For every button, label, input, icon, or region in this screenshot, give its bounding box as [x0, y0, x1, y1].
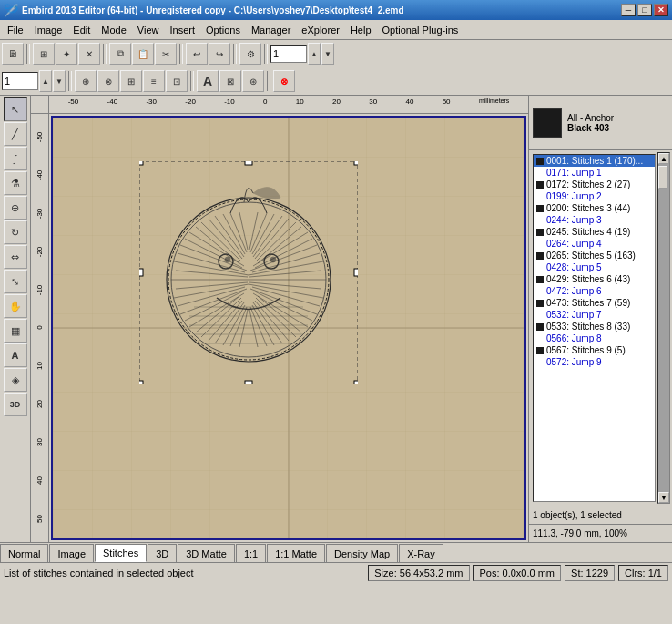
menu-item-options[interactable]: Options — [200, 23, 246, 37]
tab-3dmatte[interactable]: 3D Matte — [178, 544, 235, 562]
draw-tool-button[interactable]: ╱ — [4, 122, 27, 146]
select-tool-button[interactable]: ↖ — [4, 97, 27, 121]
zoom-step-up[interactable]: ▲ — [39, 70, 52, 92]
tab-normal[interactable]: Normal — [0, 544, 48, 562]
color-preview-area: All - Anchor Black 403 — [529, 96, 672, 150]
tab-densitymap[interactable]: Density Map — [326, 544, 398, 562]
scroll-down-button[interactable]: ▼ — [658, 492, 669, 503]
copy-button[interactable]: ⧉ — [109, 43, 131, 65]
paste-button[interactable]: 📋 — [132, 43, 154, 65]
tab-11[interactable]: 1:1 — [236, 544, 266, 562]
svg-text:↔: ↔ — [357, 264, 358, 274]
pan-tool-button[interactable]: ✋ — [4, 294, 27, 318]
stitch-list-item[interactable]: 0472: Jump 6 — [534, 285, 655, 297]
menu-item-edit[interactable]: Edit — [67, 23, 96, 37]
stitch-list-item[interactable]: 0473: Stitches 7 (59) — [534, 297, 655, 309]
stitch-list-item[interactable]: 0001: Stitches 1 (170)... — [534, 155, 655, 167]
color-name: Black 403 — [567, 123, 614, 133]
menu-item-help[interactable]: Help — [345, 23, 377, 37]
svg-line-48 — [252, 287, 320, 306]
menu-item-image[interactable]: Image — [29, 23, 68, 37]
font-btn[interactable]: A — [197, 70, 219, 92]
curve-tool-button[interactable]: ∫ — [4, 147, 27, 170]
stitch-list-item[interactable]: 0572: Jump 9 — [534, 356, 655, 368]
stitch-list-item[interactable]: 0264: Jump 4 — [534, 238, 655, 250]
svg-rect-70 — [139, 161, 143, 165]
stitch-list-item[interactable]: 0171: Jump 1 — [534, 167, 655, 179]
stitch-list-item[interactable]: 0567: Stitches 9 (5) — [534, 344, 655, 356]
svg-line-44 — [239, 310, 248, 347]
tool-btn-d[interactable]: ≡ — [143, 70, 165, 92]
redo-button[interactable]: ↪ — [209, 43, 230, 65]
scale-tool-button[interactable]: ⤡ — [4, 270, 27, 293]
step-up-button[interactable]: ▲ — [308, 43, 321, 65]
menu-item-insert[interactable]: Insert — [164, 23, 200, 37]
stitch-list-item[interactable]: 0533: Stitches 8 (33) — [534, 321, 655, 332]
menu-item-manager[interactable]: Manager — [246, 23, 296, 37]
scroll-thumb[interactable] — [658, 166, 667, 189]
zoom-tool-button[interactable]: ⊕ — [4, 196, 27, 220]
stitch-list-item[interactable]: 0265: Stitches 5 (163) — [534, 250, 655, 261]
select-all-button[interactable]: ⊞ — [33, 43, 55, 65]
scroll-track[interactable] — [658, 164, 669, 492]
menu-item-explorer[interactable]: eXplorer — [296, 23, 345, 37]
title-bar-controls[interactable]: ─ □ ✕ — [621, 4, 668, 16]
tab-stitches[interactable]: Stitches — [95, 544, 147, 562]
delete-button[interactable]: ✕ — [78, 43, 100, 65]
stitch-list-item[interactable]: 0244: Jump 3 — [534, 214, 655, 226]
tool-btn-c[interactable]: ⊞ — [120, 70, 142, 92]
stitch-list-item[interactable]: 0429: Stitches 6 (43) — [534, 273, 655, 285]
tab-11matte[interactable]: 1:1 Matte — [267, 544, 325, 562]
mirror-h-button[interactable]: ⇔ — [4, 245, 27, 269]
stitch-list[interactable]: 0001: Stitches 1 (170)...0171: Jump 1017… — [533, 154, 656, 502]
undo-button[interactable]: ↩ — [186, 43, 208, 65]
magic-wand-button[interactable]: ✦ — [56, 43, 77, 65]
settings-button[interactable]: ⚙ — [239, 43, 261, 65]
new-button[interactable]: 🖹 — [2, 43, 24, 65]
eyedrop-tool-button[interactable]: ⚗ — [4, 171, 27, 195]
rotate-tool-button[interactable]: ↻ — [4, 220, 27, 244]
stitch-list-item[interactable]: 0245: Stitches 4 (19) — [534, 226, 655, 238]
stitch-list-item[interactable]: 0199: Jump 2 — [534, 190, 655, 202]
fill-tool-button[interactable]: ▦ — [4, 319, 27, 343]
minimize-button[interactable]: ─ — [621, 4, 636, 16]
tool-btn-a[interactable]: ⊕ — [75, 70, 97, 92]
tab-xray[interactable]: X-Ray — [399, 544, 443, 562]
text-tool-button[interactable]: A — [4, 343, 27, 367]
stop-btn[interactable]: ⊗ — [273, 70, 295, 92]
canvas-area[interactable]: -50 -40 -30 -20 -10 0 10 20 30 40 50 mil… — [31, 96, 528, 542]
left-toolbar: ↖ ╱ ∫ ⚗ ⊕ ↻ ⇔ ⤡ ✋ ▦ A ◈ 3D — [0, 96, 31, 542]
stitch-list-item[interactable]: 0532: Jump 7 — [534, 309, 655, 321]
stitch-list-scrollbar[interactable]: ▲ ▼ — [657, 152, 670, 504]
node-tool-button[interactable]: ◈ — [4, 368, 27, 392]
pos-section: Pos: 0.0x0.0 mm — [473, 565, 562, 581]
marker-btn[interactable]: ⊛ — [242, 70, 264, 92]
zoom-info-text: 111.3, -79.0 mm, 100% — [533, 528, 627, 538]
cut-button[interactable]: ✂ — [155, 43, 177, 65]
tab-image[interactable]: Image — [49, 544, 94, 562]
status-bar: List of stitches contained in selected o… — [0, 562, 672, 582]
close-button[interactable]: ✕ — [654, 4, 668, 16]
tool-btn-e[interactable]: ⊡ — [166, 70, 188, 92]
step-dn-button[interactable]: ▼ — [321, 43, 334, 65]
tab-3d[interactable]: 3D — [148, 544, 177, 562]
view3d-button[interactable]: 3D — [4, 393, 27, 416]
tool-btn-b[interactable]: ⊗ — [97, 70, 119, 92]
stitch-list-item[interactable]: 0172: Stitches 2 (27) — [534, 179, 655, 190]
zoom-input[interactable] — [2, 72, 38, 90]
stitch-list-item[interactable]: 0428: Jump 5 — [534, 261, 655, 273]
menu-item-mode[interactable]: Mode — [96, 23, 132, 37]
stitch-list-item[interactable]: 0200: Stitches 3 (44) — [534, 202, 655, 214]
menu-item-file[interactable]: File — [2, 23, 29, 37]
stitch-list-item[interactable]: 0566: Jump 8 — [534, 332, 655, 344]
menu-item-view[interactable]: View — [132, 23, 165, 37]
stitch-btn[interactable]: ⊠ — [219, 70, 241, 92]
embroidery-canvas[interactable]: ↕ ↔ ↔ ↕ — [51, 116, 526, 540]
zoom-step-dn[interactable]: ▼ — [53, 70, 66, 92]
ruler-left-ticks: -50 -40 -30 -20 -10 0 10 20 30 40 50 — [31, 114, 48, 542]
scroll-up-button[interactable]: ▲ — [658, 153, 669, 164]
stitch-number-input[interactable] — [270, 45, 307, 63]
menu-item-optionalplugins[interactable]: Optional Plug-ins — [377, 23, 464, 37]
maximize-button[interactable]: □ — [637, 4, 652, 16]
color-section: Clrs: 1/1 — [618, 565, 668, 581]
